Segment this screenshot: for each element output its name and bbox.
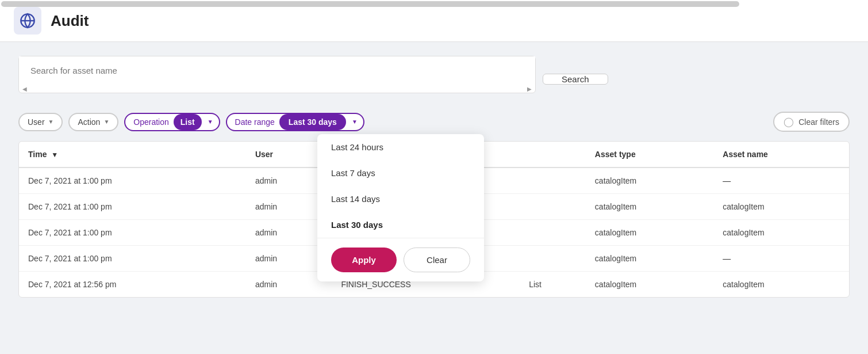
user-filter-label: User (28, 117, 45, 127)
user-filter-button[interactable]: User ▼ (18, 113, 63, 131)
search-input-wrapper: ◀ ▶ (19, 56, 535, 93)
app-icon (14, 7, 41, 35)
time-sort-icon: ▼ (51, 151, 58, 159)
cell-asset-type: catalogItem (586, 220, 713, 246)
cell-asset-type: catalogItem (586, 168, 713, 194)
daterange-filter-label: Date range (235, 117, 275, 127)
filters-row: User ▼ Action ▼ Operation List ▼ Date ra… (18, 112, 850, 132)
clear-filters-label: Clear filters (798, 117, 839, 127)
dropdown-option-7d-label: Last 7 days (331, 168, 375, 178)
page-title: Audit (51, 12, 89, 30)
scrollbar-thumb (1, 1, 739, 7)
cell-operation (520, 194, 586, 220)
dropdown-option-7d[interactable]: Last 7 days (317, 160, 484, 186)
search-section: ◀ ▶ (18, 56, 536, 93)
clear-filters-button[interactable]: ◯ Clear filters (773, 112, 850, 132)
cell-time: Dec 7, 2021 at 1:00 pm (19, 168, 246, 194)
col-asset-type: Asset type (586, 142, 713, 168)
dropdown-option-14d-label: Last 14 days (331, 194, 380, 204)
cell-time: Dec 7, 2021 at 1:00 pm (19, 194, 246, 220)
dropdown-option-30d-label: Last 30 days (331, 220, 383, 230)
action-filter-label: Action (78, 117, 100, 127)
daterange-dropdown-panel: Last 24 hours Last 7 days Last 14 days L… (317, 134, 484, 281)
dropdown-option-24h-label: Last 24 hours (331, 142, 383, 152)
cell-operation (520, 246, 586, 272)
cell-asset-type: catalogItem (586, 272, 713, 298)
cell-asset-type: catalogItem (586, 194, 713, 220)
dropdown-option-30d[interactable]: Last 30 days (317, 212, 484, 238)
scroll-left-icon[interactable]: ◀ (22, 86, 27, 92)
dropdown-footer: Apply Clear (317, 238, 484, 281)
dropdown-apply-button[interactable]: Apply (331, 248, 397, 272)
daterange-chevron-icon: ▼ (346, 119, 363, 125)
scroll-right-icon[interactable]: ▶ (527, 86, 532, 92)
col-asset-name: Asset name (713, 142, 849, 168)
cell-asset-name: catalogItem (713, 220, 849, 246)
daterange-filter-badge: Last 30 days (279, 114, 346, 130)
cell-operation (520, 168, 586, 194)
cell-asset-name: — (713, 168, 849, 194)
dropdown-option-14d[interactable]: Last 14 days (317, 186, 484, 212)
col-time[interactable]: Time ▼ (19, 142, 246, 168)
action-filter-button[interactable]: Action ▼ (68, 113, 118, 131)
col-operation (520, 142, 586, 168)
operation-filter-label: Operation (133, 117, 168, 127)
search-row: ◀ ▶ Search (18, 56, 850, 102)
cell-time: Dec 7, 2021 at 1:00 pm (19, 220, 246, 246)
operation-chevron-icon: ▼ (202, 119, 219, 125)
globe-icon (20, 13, 36, 29)
operation-filter-badge: List (174, 114, 202, 130)
daterange-filter-button[interactable]: Date range Last 30 days ▼ (226, 113, 364, 131)
cell-time: Dec 7, 2021 at 12:56 pm (19, 272, 246, 298)
clear-filters-x-icon: ◯ (783, 116, 794, 127)
cell-operation (520, 220, 586, 246)
search-input[interactable] (19, 56, 535, 85)
action-chevron-icon: ▼ (103, 119, 109, 125)
cell-asset-type: catalogItem (586, 246, 713, 272)
cell-operation: List (520, 272, 586, 298)
dropdown-clear-button[interactable]: Clear (404, 248, 470, 272)
user-chevron-icon: ▼ (48, 119, 54, 125)
cell-asset-name: catalogItem (713, 272, 849, 298)
dropdown-option-24h[interactable]: Last 24 hours (317, 134, 484, 160)
cell-time: Dec 7, 2021 at 1:00 pm (19, 246, 246, 272)
cell-asset-name: catalogItem (713, 194, 849, 220)
search-button[interactable]: Search (543, 74, 608, 85)
scroll-arrows: ◀ ▶ (19, 85, 535, 93)
main-content: ◀ ▶ Search User ▼ Action ▼ Operation Lis… (0, 42, 868, 350)
operation-filter-button[interactable]: Operation List ▼ (124, 113, 220, 131)
cell-asset-name: — (713, 246, 849, 272)
